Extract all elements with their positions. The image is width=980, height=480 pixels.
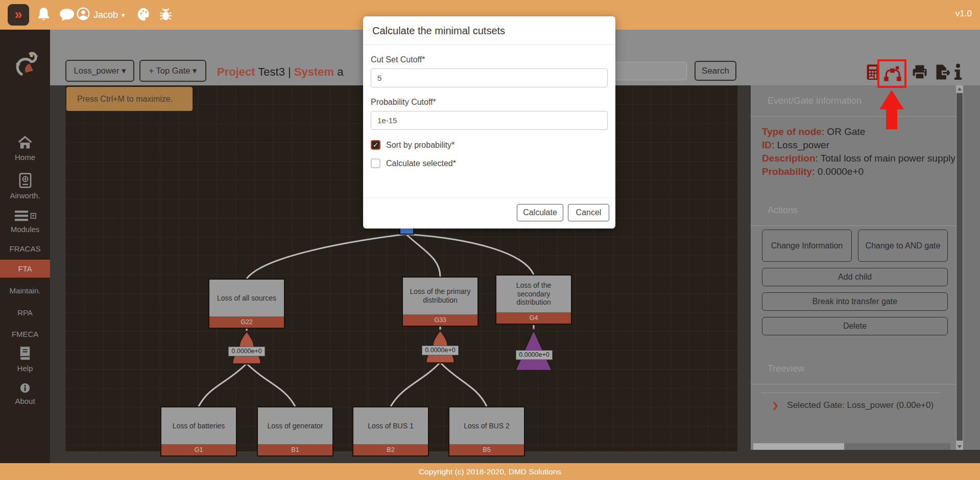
event-gate-info: Type of node: OR Gate ID: Loss_power Des… — [762, 125, 955, 178]
modal-footer: Calculate Cancel — [363, 197, 615, 228]
footer: Copyright (c) 2018-2020, DMD Solutions — [0, 463, 980, 480]
minimal-cutsets-modal: Calculate the minimal cutsets Cut Set Cu… — [363, 16, 615, 228]
change-to-and-gate-button[interactable]: Change to AND gate — [858, 230, 948, 262]
sidebar-item-help[interactable]: Help — [0, 346, 50, 373]
sidebar-item-fmeca[interactable]: FMECA — [0, 330, 50, 338]
actions-section-header: Actions — [751, 195, 956, 226]
add-top-gate-dropdown[interactable]: + Top Gate ▾ — [139, 60, 206, 82]
change-information-button[interactable]: Change Information — [762, 230, 852, 262]
tree-node-id: G1 — [161, 444, 236, 455]
info-label: ID — [762, 140, 772, 150]
search-button[interactable]: Search — [695, 61, 736, 81]
sidebar-item-about[interactable]: About — [0, 382, 50, 405]
info-line: Probability: 0.0000e+0 — [762, 165, 955, 178]
info-section-header: Event/Gate information — [751, 85, 956, 117]
info-value: : 0.0000e+0 — [812, 166, 864, 177]
vertical-scrollbar[interactable] — [956, 85, 963, 450]
tree-node-B2[interactable]: Loss of BUS 1 B2 — [352, 406, 429, 456]
sidebar-item-modules[interactable]: Modules — [0, 210, 50, 234]
probability-cutoff-input[interactable] — [371, 111, 608, 130]
sidebar-item-fta[interactable]: FTA — [0, 260, 50, 278]
print-icon[interactable] — [911, 63, 928, 83]
probability-cutoff-label: Probability Cutoff* — [371, 98, 608, 107]
export-icon[interactable] — [934, 63, 952, 83]
sidebar-item-fracas[interactable]: FRACAS — [0, 244, 50, 253]
info-value: : Total loss of main power supply — [816, 153, 955, 164]
sidebar-item-airworthiness[interactable]: Airworth. — [0, 173, 50, 200]
project-label: Project — [217, 65, 255, 78]
cut-set-cutoff-label: Cut Set Cutoff* — [371, 55, 608, 64]
tree-node-G4[interactable]: Loss of the secondary distribution G4 — [495, 275, 572, 325]
user-menu[interactable]: Jacob ▾ — [77, 6, 125, 24]
sidebar-item-label: FRACAS — [10, 244, 41, 253]
sort-by-probability-checkbox[interactable]: ✓ Sort by probability* — [371, 140, 608, 150]
add-child-button[interactable]: Add child — [762, 268, 948, 286]
scroll-up-arrow-icon[interactable] — [958, 87, 962, 90]
gate-probability-label: 0.0000e+0 — [422, 346, 459, 355]
treeview-selected-gate[interactable]: ❯ Selected Gate: Loss_power (0.00e+0) — [772, 400, 934, 410]
scrollbar-thumb[interactable] — [957, 93, 963, 441]
break-into-transfer-gate-button[interactable]: Break into transfer gate — [762, 292, 948, 311]
sidebar-item-rpa[interactable]: RPA — [0, 308, 50, 317]
tree-node-id: B1 — [258, 444, 332, 455]
tree-node-id: G4 — [496, 312, 571, 324]
tree-node-B1[interactable]: Loss of generator B1 — [257, 406, 333, 456]
tree-node-G22[interactable]: Loss of all sources G22 — [208, 279, 285, 329]
calculate-button[interactable]: Calculate — [517, 204, 563, 221]
divider — [761, 393, 940, 393]
event-gate-panel: Event/Gate information Type of node: OR … — [751, 85, 956, 450]
checkbox-checked-icon: ✓ — [371, 140, 380, 150]
calculate-selected-checkbox[interactable]: Calculate selected* — [371, 158, 608, 168]
sidebar-item-maintain[interactable]: Maintain. — [0, 286, 50, 295]
help-book-icon — [18, 346, 32, 361]
scroll-down-arrow-icon[interactable] — [958, 445, 962, 448]
info-label: Probability — [762, 166, 812, 177]
notifications-bell-icon[interactable] — [37, 7, 51, 24]
scrollbar-thumb[interactable] — [844, 443, 950, 450]
node-selector-label: Loss_power — [74, 66, 119, 75]
cut-set-cutoff-input[interactable] — [371, 68, 608, 87]
tree-node-id: B2 — [353, 444, 428, 455]
tree-node-G1[interactable]: Loss of batteries G1 — [160, 406, 237, 456]
checkbox-unchecked-icon — [371, 158, 380, 168]
sidebar-item-label: Home — [0, 153, 50, 162]
info-icon[interactable] — [953, 63, 963, 83]
checkbox-label: Sort by probability* — [386, 141, 455, 150]
red-arrow-annotation — [879, 90, 904, 109]
tree-node-label: Loss of generator — [258, 407, 332, 444]
chat-icon[interactable] — [59, 8, 75, 24]
delete-button[interactable]: Delete — [762, 317, 948, 335]
node-selector-dropdown[interactable]: Loss_power ▾ — [65, 60, 134, 82]
user-avatar-icon — [77, 7, 90, 22]
tree-node-id: G22 — [209, 316, 284, 328]
system-name: a — [337, 65, 343, 78]
tree-node-label: Loss of BUS 1 — [353, 407, 428, 444]
panel-horizontal-scrollbar[interactable] — [753, 443, 950, 450]
info-line: Type of node: OR Gate — [762, 125, 955, 139]
checkbox-label: Calculate selected* — [386, 159, 456, 168]
info-label: Description — [762, 153, 816, 164]
info-value: : OR Gate — [822, 126, 866, 137]
sidebar-item-label: FTA — [18, 264, 32, 273]
info-line: Description: Total loss of main power su… — [762, 152, 955, 165]
theme-palette-icon[interactable] — [137, 7, 151, 24]
cancel-button[interactable]: Cancel — [568, 204, 609, 221]
tree-node-label: Loss of BUS 2 — [449, 407, 524, 444]
sidebar-item-label: Help — [0, 364, 50, 373]
sidebar-expand-button[interactable]: » — [8, 4, 29, 26]
highlight-box-annotation — [877, 59, 906, 88]
bird-logo-icon — [11, 47, 39, 81]
tree-node-G33[interactable]: Loss of the primary distribution G33 — [402, 277, 479, 327]
tree-node-B5[interactable]: Loss of BUS 2 B5 — [448, 406, 525, 456]
sidebar-item-label: RPA — [17, 308, 33, 317]
user-name: Jacob — [93, 10, 118, 20]
home-icon — [17, 136, 33, 150]
add-top-gate-label: + Top Gate — [149, 66, 190, 75]
info-line: ID: Loss_power — [762, 139, 955, 152]
sidebar-item-home[interactable]: Home — [0, 136, 50, 162]
bug-report-icon[interactable] — [158, 7, 173, 24]
sidebar-item-label: Maintain. — [10, 286, 41, 295]
info-value: : Loss_power — [772, 140, 829, 150]
sidebar-item-label: Modules — [0, 225, 50, 234]
tree-node-label: Loss of the primary distribution — [403, 278, 477, 314]
